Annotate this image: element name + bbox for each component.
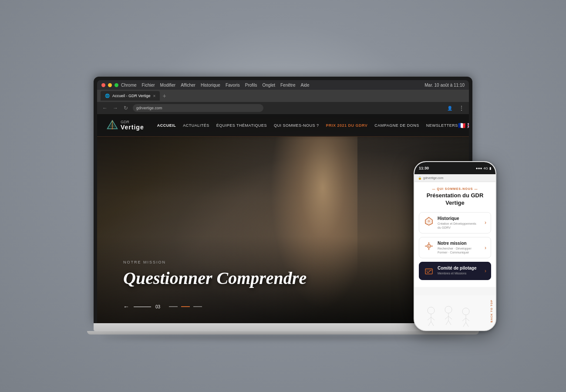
new-tab-button[interactable]: + [162,92,166,99]
mac-menu-profils[interactable]: Profils [245,83,257,88]
traffic-light-green[interactable] [115,83,118,87]
mac-top-bar: Chrome Fichier Modifier Afficher Histori… [97,80,469,90]
logo-vertige: Vertige [121,124,144,130]
mac-menu-chrome[interactable]: Chrome [121,83,137,88]
phone-card-title-comite: Comité de pilotage [438,266,476,270]
phone-card-mission[interactable]: Notre mission Rechercher · DévelopperFor… [419,237,491,258]
phone-card-arrow-historique[interactable]: › [485,220,486,226]
phone-card-arrow-mission[interactable]: › [485,245,486,251]
svg-point-15 [428,307,435,314]
website-content: GDR Vertige ACCUEIL ACTUALITÉS ÉQUIPES T… [97,114,469,323]
svg-line-17 [428,317,431,320]
hero-title: Questionner Comprendre [123,268,307,288]
svg-line-30 [466,318,469,321]
svg-point-3 [112,128,113,129]
phone-card-desc-comite: Membres et Missions [438,271,476,275]
flag-fr[interactable]: 🇫🇷 [458,122,465,129]
svg-point-12 [428,245,430,247]
mac-menu-favoris[interactable]: Favoris [226,83,240,88]
chrome-tab-title: Accueil - GDR Vertige [112,94,151,98]
svg-line-20 [431,321,434,326]
url-bar[interactable]: gdrvertige.com [133,104,263,112]
slide-dot-2[interactable] [181,306,190,307]
scene: Chrome Fichier Modifier Afficher Histori… [44,26,522,366]
phone-card-icon-comite [424,266,434,276]
svg-point-27 [462,308,469,315]
svg-marker-5 [427,219,431,224]
historique-icon [424,216,434,226]
nav-flags: 🇫🇷 🇬🇧 [458,122,469,129]
traffic-light-yellow[interactable] [108,83,112,87]
phone-card-title-historique: Historique [438,216,476,221]
nav-newsletters[interactable]: NEWSLETTERS [426,123,458,128]
phone-network: 4G [483,166,488,170]
svg-line-23 [445,316,448,319]
nav-equipes[interactable]: ÉQUIPES THÉMATIQUES [216,123,267,128]
phone-bottom-area: BACK TO TOP [414,295,495,330]
mac-menu-aide[interactable]: Aide [300,83,309,88]
chrome-nav-bar: ← → ↻ gdrvertige.com 👤 ⋮ [97,102,469,114]
mac-menu-fichier[interactable]: Fichier [142,83,155,88]
traffic-light-red[interactable] [101,83,105,87]
phone-card-title-mission: Notre mission [438,241,472,246]
slide-dots [169,306,202,307]
nav-qui[interactable]: QUI SOMMES-NOUS ? [274,123,319,128]
phone-url-lock: 🔒 [418,176,422,180]
slide-dot-1[interactable] [169,306,178,307]
phone-card-body-mission: Notre mission Rechercher · DévelopperFor… [438,241,472,254]
slide-dot-3[interactable] [193,306,202,307]
phone-card-icon-mission [424,241,434,251]
mac-menu-historique[interactable]: Historique [201,83,220,88]
svg-line-24 [448,316,452,319]
nav-actualites[interactable]: ACTUALITÉS [183,123,209,128]
phone-illustration [414,300,482,330]
svg-point-6 [428,220,430,222]
mac-menu-afficher[interactable]: Afficher [181,83,195,88]
laptop-shadow [102,335,464,340]
phone-card-icon-historique [424,216,434,226]
site-nav-items: ACCUEIL ACTUALITÉS ÉQUIPES THÉMATIQUES Q… [157,123,458,128]
mission-icon [424,241,434,251]
mac-menu-fenetre[interactable]: Fenêtre [280,83,295,88]
chrome-menu-icon[interactable]: ⋮ [458,105,465,112]
phone-url-bar[interactable]: 🔒 gdrvertige.com [414,174,495,182]
svg-point-21 [445,306,452,313]
logo-svg [106,119,119,132]
hero-content: NOTRE MISSION Questionner Comprendre [123,260,307,288]
svg-line-31 [463,322,466,327]
chrome-profile-icon[interactable]: 👤 [447,106,452,111]
nav-accueil[interactable]: ACCUEIL [157,123,176,128]
phone-card-arrow-comite[interactable]: › [485,268,486,274]
refresh-button[interactable]: ↻ [122,105,129,111]
phone-card-comite[interactable]: Comité de pilotage Membres et Missions › [419,262,491,280]
flag-en[interactable]: 🇬🇧 [467,122,469,129]
site-logo[interactable]: GDR Vertige [106,119,144,132]
slide-line [134,307,151,307]
nav-prix[interactable]: PRIX 2021 DU GDRV [326,123,367,128]
phone-card-historique[interactable]: Historique Création et Développementsdu … [419,212,491,233]
back-button[interactable]: ← [101,105,108,111]
back-to-top[interactable]: BACK TO TOP [490,300,493,322]
phone-page-title: Présentation du GDR Vertige [419,192,491,207]
site-navigation: GDR Vertige ACCUEIL ACTUALITÉS ÉQUIPES T… [97,114,469,137]
slide-number: 03 [155,304,160,309]
nav-campagne[interactable]: CAMPAGNE DE DONS [374,123,419,128]
phone-url-text: gdrvertige.com [423,176,443,179]
mac-menu-modifier[interactable]: Modifier [160,83,176,88]
phone-signal: ●●● [476,166,482,170]
hero-background [97,114,469,323]
svg-line-26 [448,321,451,325]
phone-card-body-historique: Historique Création et Développementsdu … [438,216,476,230]
mac-menu-onglet[interactable]: Onglet [263,83,275,88]
svg-rect-13 [425,269,432,274]
bottom-illustration-svg [418,302,479,328]
hero-mission-label: NOTRE MISSION [123,260,307,264]
chrome-active-tab[interactable]: 🌐 Accueil - GDR Vertige × [101,91,160,101]
svg-line-29 [462,318,466,321]
phone: 11:30 ●●● 4G ▮ 🔒 gdrvertige.com — QUI SO… [414,161,496,331]
slide-prev-arrow[interactable]: ← [123,303,129,310]
phone-card-body-comite: Comité de pilotage Membres et Missions [438,266,476,275]
chrome-tab-close[interactable]: × [153,94,156,98]
forward-button[interactable]: → [112,105,119,111]
mac-time: Mar. 10 août à 11:10 [424,83,465,88]
